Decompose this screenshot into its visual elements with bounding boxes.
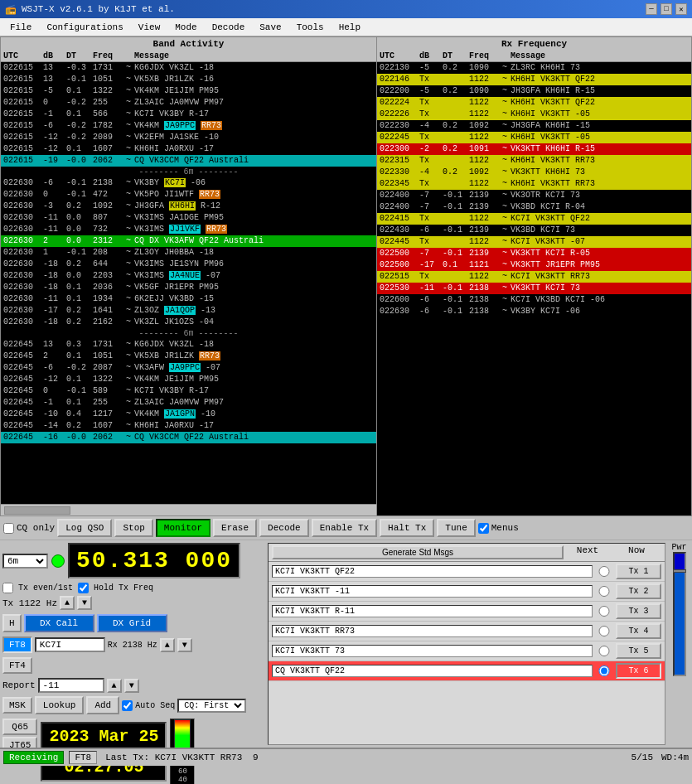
table-row[interactable]: 022245Tx1122~KH6HI VK3KTT -05 [377, 132, 691, 143]
table-row[interactable]: 022500-170.11121~VK3KTT JR1EPR PM95 [377, 259, 691, 271]
minimize-button[interactable]: — [646, 3, 657, 15]
tx-even-checkbox[interactable] [2, 583, 13, 593]
msg-radio-4[interactable] [595, 626, 613, 636]
msk-mode-button[interactable]: MSK [2, 697, 32, 714]
table-row[interactable]: 022645130.31731~KG6JDX VK3ZL -18 [1, 339, 376, 351]
table-row[interactable]: 022630-180.02203~VK3IMS JA4NUE -07 [1, 270, 376, 282]
table-row[interactable]: 022630-110.11934~6K2EJJ VK3BD -15 [1, 293, 376, 305]
rx-hz-up-btn[interactable]: ▲ [160, 638, 175, 652]
msg-input-4[interactable] [272, 625, 593, 637]
table-row[interactable]: 022645-120.11322~VK4KM JE1JIM PM95 [1, 374, 376, 385]
table-row[interactable]: 02264520.11051~VK5XB JR1LZK RR73 [1, 351, 376, 362]
menu-tools[interactable]: Tools [290, 21, 331, 34]
ft8-mode-button[interactable]: FT8 [2, 636, 32, 653]
table-row[interactable]: 022615-10.1566~KC7I VK3BY R-17 [1, 109, 376, 120]
msg-input-6[interactable] [272, 665, 593, 677]
tx6-button[interactable]: Tx 6 [616, 663, 661, 679]
h-button[interactable]: H [2, 614, 22, 632]
table-row[interactable]: 022645-16-0.02062~CQ VK3CCM QF22 Austral… [1, 432, 376, 443]
add-button[interactable]: Add [86, 696, 119, 714]
table-row[interactable]: 022615-12-0.22089~VK2EFM JA1SKE -10 [1, 132, 376, 143]
lookup-button[interactable]: Lookup [35, 696, 85, 714]
table-row[interactable]: 02261513-0.11051~VK5XB JR1LZK -16 [1, 74, 376, 85]
table-row[interactable]: 022430-6-0.12139~VK3BD KC7I 73 [377, 225, 691, 236]
msg-radio-5[interactable] [595, 646, 613, 656]
q65-mode-button[interactable]: Q65 [2, 719, 37, 735]
maximize-button[interactable]: □ [661, 3, 672, 15]
table-row[interactable]: 022130-50.21090~ZL3RC KH6HI 73 [377, 62, 691, 74]
generate-std-msgs-button[interactable]: Generate Std Msgs [272, 545, 564, 559]
table-row[interactable]: 022345Tx1122~KH6HI VK3KTT RR73 [377, 178, 691, 190]
table-row[interactable]: 0226301-0.1208~ZL3OY JH0BBA -18 [1, 247, 376, 259]
table-row[interactable]: 022645-6-0.22087~VK3AFW JA9PPC -07 [1, 362, 376, 374]
log-qso-button[interactable]: Log QSO [57, 519, 112, 537]
table-row[interactable]: 022630-180.22162~VK3ZL JK1OZS -04 [1, 317, 376, 328]
rx-hz-down-btn[interactable]: ▼ [177, 638, 192, 652]
table-row[interactable]: 022630-180.2644~VK3IMS JE1SYN PM96 [1, 259, 376, 270]
tx4-button[interactable]: Tx 4 [616, 623, 661, 639]
stop-button[interactable]: Stop [114, 519, 152, 537]
cq-select[interactable]: CQ: First [177, 699, 246, 713]
menu-file[interactable]: File [3, 21, 38, 34]
table-row[interactable]: 022230-40.21092~JH3GFA KH6HI -15 [377, 120, 691, 132]
menu-help[interactable]: Help [332, 21, 367, 34]
table-row[interactable]: 022645-140.21607~KH6HI JA0RXU -17 [1, 420, 376, 432]
table-row[interactable]: 022630-30.21092~JH3GFA KH6HI R-12 [1, 201, 376, 212]
rx-frequency-messages[interactable]: 022130-50.21090~ZL3RC KH6HI 73 022146Tx1… [377, 62, 691, 515]
tx2-button[interactable]: Tx 2 [616, 583, 661, 599]
table-row[interactable]: 022515Tx1122~KC7I VK3KTT RR73 [377, 271, 691, 283]
table-row[interactable]: 02261513-0.31731~KG6JDX VK3ZL -18 [1, 62, 376, 74]
table-row[interactable]: 022330-40.21092~VK3KTT KH6HI 73 [377, 167, 691, 178]
close-button[interactable]: ✕ [675, 3, 687, 15]
report-up-btn[interactable]: ▲ [107, 679, 122, 693]
report-down-btn[interactable]: ▼ [124, 679, 139, 693]
table-row[interactable]: 022630-170.21641~ZL3OZ JA1QOP -13 [1, 305, 376, 317]
table-row[interactable]: 022630-110.0807~VK3IMS JA1DGE PM95 [1, 212, 376, 224]
menu-save[interactable]: Save [253, 21, 288, 34]
decode-button[interactable]: Decode [259, 519, 309, 537]
enable-tx-button[interactable]: Enable Tx [312, 519, 377, 537]
table-row[interactable]: 022226Tx1122~KH6HI VK3KTT -05 [377, 109, 691, 120]
msg-radio-1[interactable] [595, 566, 613, 577]
table-row[interactable]: 022315Tx1122~KH6HI VK3KTT RR73 [377, 155, 691, 167]
msg-radio-3[interactable] [595, 606, 613, 617]
menu-mode[interactable]: Mode [168, 21, 203, 34]
table-row[interactable]: 022630-6-0.12138~VK3BY KC7I -06 [1, 177, 376, 189]
table-row[interactable]: 022500-7-0.12139~VK3KTT KC7I R-05 [377, 248, 691, 259]
hold-tx-freq-checkbox[interactable] [78, 583, 89, 593]
menu-view[interactable]: View [132, 21, 167, 34]
dx-call-button[interactable]: DX Call [24, 614, 94, 632]
band-activity-scrollbar[interactable] [1, 504, 376, 515]
table-row[interactable]: 022645-10.1255~ZL3AIC JA0MVW PM97 [1, 397, 376, 409]
table-row[interactable]: 0226450-0.1589~KC7I VK3BY R-17 [1, 385, 376, 397]
erase-button[interactable]: Erase [213, 519, 257, 537]
cq-only-checkbox[interactable] [3, 523, 14, 534]
report-input[interactable] [38, 678, 104, 693]
table-row[interactable]: 022615-120.11607~KH6HI JA0RXU -17 [1, 143, 376, 155]
tx5-button[interactable]: Tx 5 [616, 643, 661, 659]
table-row[interactable]: 022200-50.21090~JH3GFA KH6HI R-15 [377, 85, 691, 97]
tx3-button[interactable]: Tx 3 [616, 603, 661, 619]
table-row[interactable]: 02263020.02312~CQ DX VK3AFW QF22 Austral… [1, 235, 376, 247]
table-row[interactable]: 022224Tx1122~KH6HI VK3KTT QF22 [377, 97, 691, 109]
band-select[interactable]: 6m [2, 554, 48, 569]
tx-hz-up-btn[interactable]: ▲ [60, 596, 75, 610]
band-activity-messages[interactable]: 02261513-0.31731~KG6JDX VK3ZL -18 022615… [1, 62, 376, 504]
callsign-input[interactable] [35, 637, 105, 652]
table-row[interactable]: 022615-6-0.21782~VK4KM JA9PPC RR73 [1, 120, 376, 132]
auto-seq-checkbox[interactable] [122, 700, 133, 711]
table-row[interactable]: 022600-6-0.12138~KC7I VK3BD KC7I -06 [377, 294, 691, 306]
table-row[interactable]: 022645-100.41217~VK4KM JA1GPN -10 [1, 409, 376, 420]
table-row[interactable]: 0226300-0.1472~VK5PO JI1WTF RR73 [1, 189, 376, 201]
pwr-slider[interactable] [673, 552, 686, 676]
menu-decode[interactable]: Decode [206, 21, 252, 34]
table-row[interactable]: 022630-180.12036~VK5GF JR1EPR PM95 [1, 282, 376, 293]
msg-input-3[interactable] [272, 605, 593, 617]
table-row[interactable]: 022445Tx1122~KC7I VK3KTT -07 [377, 236, 691, 248]
msg-radio-2[interactable] [595, 586, 613, 597]
table-row[interactable]: 022630-6-0.12138~VK3BY KC7I -06 [377, 306, 691, 317]
pwr-thumb[interactable] [673, 569, 686, 573]
table-row[interactable]: 022530-11-0.12138~VK3KTT KC7I 73 [377, 283, 691, 294]
tx1-button[interactable]: Tx 1 [616, 564, 661, 579]
tune-button[interactable]: Tune [437, 519, 475, 537]
